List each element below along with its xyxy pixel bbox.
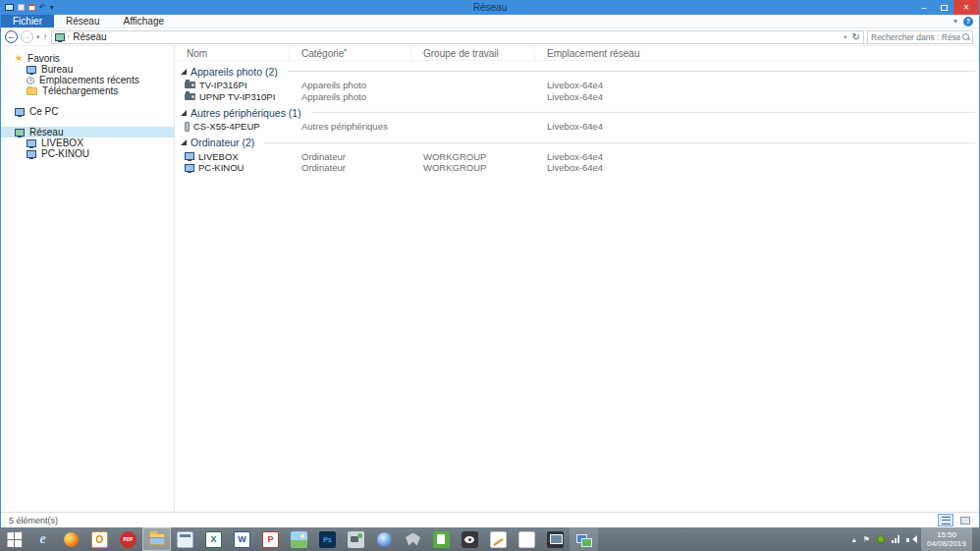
thumbnails-view-icon[interactable]: [957, 514, 973, 526]
taskbar-sphere-app[interactable]: [370, 527, 399, 551]
taskbar-notepad[interactable]: [513, 527, 541, 551]
ribbon-right-controls: ▾ ?: [953, 15, 979, 28]
taskbar-moth-app[interactable]: [399, 527, 427, 551]
collapse-group-icon[interactable]: [181, 69, 187, 75]
taskbar: e O PDF X W P Ps: [0, 527, 980, 551]
list-item-upnp-tv-ip310pi[interactable]: UPNP TV-IP310PI Appareils photo Livebox-…: [175, 91, 979, 103]
computer-icon: [15, 108, 25, 116]
taskbar-outlook[interactable]: O: [85, 527, 114, 551]
taskbar-file-explorer[interactable]: [142, 527, 171, 551]
sidebar-item-telechargements[interactable]: Téléchargements: [1, 85, 174, 96]
close-button[interactable]: ×: [953, 0, 979, 15]
list-item-pc-kinou[interactable]: PC-KINOU Ordinateur WORKGROUP Livebox-64…: [175, 162, 979, 174]
cell-categorie: Appareils photo: [290, 91, 411, 102]
search-input[interactable]: [871, 32, 960, 42]
breadcrumb-location[interactable]: Réseau: [73, 31, 106, 43]
computer-icon: [27, 150, 36, 158]
notes-app-icon: [433, 531, 450, 548]
back-button[interactable]: ←: [5, 30, 18, 43]
recent-locations-icon[interactable]: ▾: [36, 33, 40, 41]
show-hidden-icons-chevron[interactable]: ▴: [852, 535, 856, 544]
address-dropdown-icon[interactable]: ▾: [844, 33, 847, 41]
address-toolbar: ← → ▾ ↑ › Réseau ▾ ↻: [1, 28, 979, 46]
group-header-appareils-photo[interactable]: Appareils photo (2): [181, 65, 979, 78]
sidebar-item-favoris[interactable]: Favoris: [1, 53, 174, 64]
tab-fichier[interactable]: Fichier: [1, 15, 54, 28]
up-button[interactable]: ↑: [43, 31, 48, 42]
expand-ribbon-icon[interactable]: ▾: [953, 18, 957, 26]
explorer-window: ↶ ▾ Réseau – × Fichier Réseau Affichage …: [0, 0, 980, 527]
taskbar-camera-app[interactable]: [342, 527, 370, 551]
navigation-pane: Favoris Bureau Emplacements récents Télé…: [1, 46, 175, 512]
items-view: Nom Catégorie Groupe de travail Emplacem…: [175, 46, 979, 512]
eye-viewer-icon: [462, 531, 478, 548]
cell-emplacement: Livebox-64e4: [535, 151, 979, 162]
cell-categorie: Ordinateur: [290, 151, 411, 162]
start-button[interactable]: [0, 527, 28, 551]
network-status-icon[interactable]: [892, 535, 899, 543]
windows-logo-icon: [8, 531, 23, 547]
taskbar-network-screens-app[interactable]: [570, 527, 598, 551]
taskbar-calculator[interactable]: [171, 527, 199, 551]
taskbar-pdf-app[interactable]: PDF: [114, 527, 142, 551]
taskbar-eye-viewer-app[interactable]: [456, 527, 484, 551]
taskbar-internet-explorer[interactable]: e: [28, 527, 57, 551]
sidebar-item-ce-pc[interactable]: Ce PC: [1, 106, 174, 117]
collapse-group-icon[interactable]: [181, 139, 187, 145]
desktop-icon: [27, 66, 36, 74]
clock-date: 04/08/2019: [927, 539, 966, 548]
column-header-categorie[interactable]: Catégorie: [290, 46, 411, 60]
status-bar: 5 élément(s): [1, 512, 979, 527]
taskbar-excel[interactable]: X: [199, 527, 228, 551]
tab-reseau[interactable]: Réseau: [54, 15, 111, 28]
action-center-flag-icon[interactable]: ⚑: [863, 535, 870, 544]
collapse-group-icon[interactable]: [181, 110, 187, 116]
taskbar-word[interactable]: W: [228, 527, 256, 551]
details-view-icon[interactable]: [938, 514, 953, 526]
taskbar-notes-app[interactable]: [427, 527, 456, 551]
list-item-livebox[interactable]: LIVEBOX Ordinateur WORKGROUP Livebox-64e…: [175, 151, 979, 163]
column-header-groupe[interactable]: Groupe de travail: [411, 46, 535, 60]
search-box[interactable]: [867, 30, 973, 44]
cell-categorie: Ordinateur: [290, 162, 411, 173]
downloads-folder-icon: [27, 87, 37, 95]
office-red-app-icon: P: [262, 531, 279, 548]
title-bar: ↶ ▾ Réseau – ×: [1, 0, 979, 15]
sidebar-item-livebox[interactable]: LIVEBOX: [1, 138, 174, 148]
maximize-button[interactable]: [934, 0, 953, 15]
breadcrumb-chevron-icon: ›: [68, 32, 71, 41]
address-bar[interactable]: › Réseau ▾ ↻: [51, 30, 864, 44]
list-item-cs-x55-4peup[interactable]: CS-X55-4PEUP Autres périphériques Livebo…: [175, 121, 979, 133]
minimize-button[interactable]: –: [914, 0, 934, 15]
taskbar-photoshop[interactable]: Ps: [313, 527, 342, 551]
taskbar-office-red-app[interactable]: P: [256, 527, 285, 551]
tab-affichage[interactable]: Affichage: [111, 15, 176, 28]
sidebar-item-bureau[interactable]: Bureau: [1, 64, 174, 75]
camera-app-icon: [348, 531, 364, 548]
antivirus-status-icon[interactable]: [877, 535, 885, 543]
taskbar-firefox[interactable]: [57, 527, 85, 551]
system-tray: ▴ ⚑ 15:50 04/08/2019: [852, 527, 980, 551]
list-item-tv-ip316pi[interactable]: TV-IP316PI Appareils photo Livebox-64e4: [175, 80, 979, 91]
taskbar-photos[interactable]: [285, 527, 313, 551]
cell-categorie: Appareils photo: [290, 80, 411, 90]
group-header-autres-peripheriques[interactable]: Autres périphériques (1): [181, 106, 979, 119]
column-header-emplacement[interactable]: Emplacement réseau: [535, 46, 979, 60]
star-icon: [15, 54, 23, 63]
sidebar-item-reseau[interactable]: Réseau: [1, 127, 174, 138]
volume-icon[interactable]: [906, 535, 914, 544]
column-header-nom[interactable]: Nom: [175, 46, 290, 60]
taskbar-clock[interactable]: 15:50 04/08/2019: [921, 527, 972, 551]
cell-groupe: WORKGROUP: [411, 151, 535, 162]
sidebar-item-pc-kinou[interactable]: PC-KINOU: [1, 148, 174, 159]
refresh-icon[interactable]: ↻: [852, 32, 860, 42]
forward-button[interactable]: →: [21, 30, 33, 43]
taskbar-document-pen-app[interactable]: [484, 527, 513, 551]
network-screens-icon: [575, 531, 592, 548]
taskbar-remote-desktop[interactable]: [541, 527, 570, 551]
search-icon[interactable]: [962, 33, 969, 40]
group-header-ordinateur[interactable]: Ordinateur (2): [181, 137, 979, 149]
sidebar-item-emplacements-recents[interactable]: Emplacements récents: [1, 75, 174, 85]
remote-desktop-icon: [547, 531, 564, 548]
help-icon[interactable]: ?: [963, 17, 973, 27]
